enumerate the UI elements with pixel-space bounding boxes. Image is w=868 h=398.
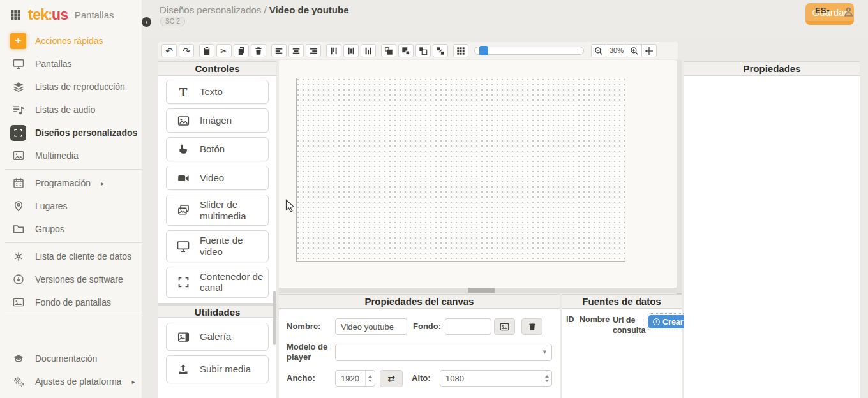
logo-section-label: Pantallas bbox=[75, 10, 114, 20]
monitor-icon bbox=[10, 56, 26, 72]
horizontal-splitter[interactable] bbox=[279, 288, 682, 293]
chevron-left-icon: ‹ bbox=[146, 18, 148, 26]
height-field bbox=[440, 370, 552, 387]
controls-panel: Controles T Texto Imágen Botón Video Sli… bbox=[158, 61, 276, 398]
pan-button[interactable] bbox=[641, 44, 657, 57]
column-id: ID bbox=[566, 315, 580, 324]
send-to-back-button[interactable] bbox=[433, 44, 448, 57]
control-fuente-video[interactable]: Fuente de video bbox=[166, 230, 269, 262]
control-contenedor-canal[interactable]: Contenedor de canal bbox=[166, 267, 269, 298]
background-image-button[interactable] bbox=[494, 318, 515, 335]
canvas-workspace bbox=[279, 60, 677, 288]
sidebar-item-disenos-personalizados[interactable]: Diseños personalizados bbox=[0, 121, 142, 144]
topbar: Diseños personalizados / Video de youtub… bbox=[143, 0, 868, 38]
zoom-out-button[interactable] bbox=[591, 44, 606, 57]
sidebar-item-grupos[interactable]: Grupos bbox=[0, 217, 142, 240]
design-canvas[interactable] bbox=[296, 78, 625, 262]
name-background-row: Nombre: Fondo: bbox=[287, 318, 552, 335]
breadcrumb-parent[interactable]: Diseños personalizados bbox=[160, 4, 261, 15]
bring-forward-button[interactable] bbox=[381, 44, 396, 57]
sidebar-collapse-button[interactable]: ‹ bbox=[142, 17, 151, 27]
sidebar: tek:us Pantallas + Acciones rápidas Pant… bbox=[0, 0, 142, 398]
zoom-in-button[interactable] bbox=[627, 44, 642, 57]
plus-icon: + bbox=[10, 33, 26, 49]
properties-panel-title: Propiedades bbox=[684, 61, 860, 76]
bring-to-front-button[interactable] bbox=[398, 44, 414, 57]
copy-button[interactable] bbox=[234, 44, 249, 57]
undo-icon: ↶ bbox=[165, 47, 173, 55]
calendar-icon bbox=[10, 175, 26, 191]
text-icon: T bbox=[167, 86, 200, 98]
sidebar-item-listas-audio[interactable]: Listas de audio bbox=[0, 98, 142, 121]
image-icon bbox=[500, 322, 509, 332]
sidebar-divider bbox=[5, 316, 142, 316]
height-stepper[interactable] bbox=[542, 371, 551, 386]
sidebar-item-lugares[interactable]: Lugares bbox=[0, 195, 142, 217]
graduation-cap-icon bbox=[10, 351, 26, 367]
name-input[interactable] bbox=[335, 318, 407, 335]
screen-code-badge: SC-2 bbox=[160, 17, 185, 26]
grid-icon bbox=[456, 47, 465, 55]
send-to-back-icon bbox=[436, 47, 445, 55]
paste-button[interactable] bbox=[199, 44, 214, 57]
control-slider-multimedia[interactable]: Slider de multimedia bbox=[166, 195, 269, 226]
sidebar-item-fondo-pantallas[interactable]: Fondo de pantallas bbox=[0, 291, 142, 314]
grid-toggle-button[interactable] bbox=[453, 44, 468, 57]
sidebar-item-lista-cliente-datos[interactable]: Lista de cliente de datos bbox=[0, 245, 142, 268]
data-nodes-icon bbox=[10, 249, 26, 265]
image-icon bbox=[167, 115, 200, 127]
editor-toolbar: ↶ ↷ ✂ 30% bbox=[158, 42, 678, 59]
create-data-source-button[interactable]: + Crear bbox=[648, 315, 688, 328]
control-texto[interactable]: T Texto bbox=[166, 80, 269, 104]
align-left-button[interactable] bbox=[271, 44, 287, 57]
sidebar-item-pantallas[interactable]: Pantallas bbox=[0, 52, 142, 75]
sidebar-divider bbox=[5, 169, 142, 170]
player-model-select[interactable]: ▾ bbox=[335, 344, 552, 361]
redo-button[interactable]: ↷ bbox=[179, 44, 194, 57]
sidebar-item-acciones-rapidas[interactable]: + Acciones rápidas bbox=[0, 29, 142, 52]
submenu-arrow-icon: ▸ bbox=[131, 378, 135, 385]
zoom-slider[interactable] bbox=[474, 47, 584, 55]
controls-scrollbar-thumb[interactable] bbox=[273, 291, 276, 345]
undo-button[interactable]: ↶ bbox=[161, 44, 177, 57]
swap-dimensions-button[interactable]: ⇄ bbox=[380, 370, 403, 387]
trash-icon bbox=[528, 322, 537, 331]
align-center-button[interactable] bbox=[288, 44, 304, 57]
player-model-label: Modelo de player bbox=[287, 342, 335, 363]
send-backward-button[interactable] bbox=[415, 44, 431, 57]
height-input[interactable] bbox=[440, 371, 551, 386]
background-input[interactable] bbox=[445, 318, 491, 335]
sidebar-item-listas-reproduccion[interactable]: Listas de reproducción bbox=[0, 75, 142, 98]
control-video[interactable]: Video bbox=[166, 166, 269, 190]
send-backward-icon bbox=[419, 47, 428, 55]
width-stepper[interactable] bbox=[365, 371, 375, 386]
control-imagen[interactable]: Imágen bbox=[166, 108, 269, 133]
sidebar-item-versiones-software[interactable]: Versiones de software bbox=[0, 268, 142, 291]
sidebar-item-programacion[interactable]: Programación ▸ bbox=[0, 172, 142, 195]
align-middle-button[interactable] bbox=[343, 44, 359, 57]
delete-button[interactable] bbox=[251, 44, 266, 57]
utility-subir-media[interactable]: Subir media bbox=[166, 355, 269, 383]
align-top-button[interactable] bbox=[326, 44, 341, 57]
logo-row[interactable]: tek:us Pantallas bbox=[0, 0, 142, 29]
sidebar-item-ajustes-plataforma[interactable]: Ajustes de plataforma ▸ bbox=[0, 370, 142, 393]
video-camera-icon bbox=[167, 172, 200, 184]
swap-icon: ⇄ bbox=[387, 373, 395, 383]
frame-corners-icon bbox=[10, 125, 26, 141]
canvas-properties-body: Nombre: Fondo: Modelo de player ▾ Ancho:… bbox=[279, 309, 560, 387]
cut-button[interactable]: ✂ bbox=[216, 44, 232, 57]
scissors-icon: ✂ bbox=[220, 47, 228, 55]
user-icon[interactable] bbox=[843, 6, 854, 17]
zoom-slider-handle[interactable] bbox=[479, 46, 488, 55]
align-bottom-button[interactable] bbox=[361, 44, 376, 57]
align-right-button[interactable] bbox=[306, 44, 321, 57]
sidebar-item-documentacion[interactable]: Documentación bbox=[0, 347, 142, 370]
width-field bbox=[335, 370, 375, 387]
align-left-icon bbox=[274, 47, 283, 55]
splitter-handle[interactable] bbox=[468, 288, 495, 293]
background-delete-button[interactable] bbox=[521, 318, 542, 335]
language-dropdown[interactable]: ES▾ bbox=[815, 6, 830, 15]
control-boton[interactable]: Botón bbox=[166, 137, 269, 161]
utility-galeria[interactable]: Galería bbox=[166, 323, 269, 351]
sidebar-item-multimedia[interactable]: Multimedia bbox=[0, 144, 142, 167]
